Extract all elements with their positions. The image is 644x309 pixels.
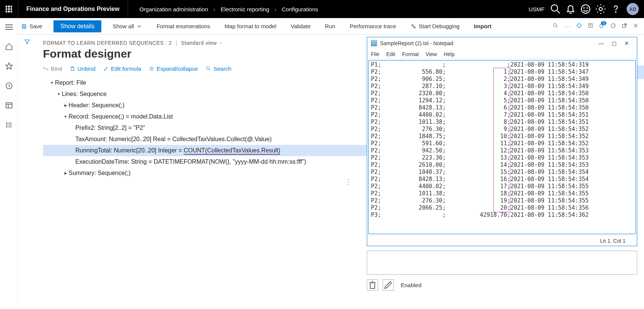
list-icon[interactable] xyxy=(5,120,14,129)
clock-icon[interactable] xyxy=(5,81,14,90)
menu-format[interactable]: Format xyxy=(402,51,419,57)
notepad-statusbar: Ln 1, Col 1 xyxy=(367,235,637,246)
enabled-label: Enabled xyxy=(401,282,421,288)
expand-collapse-link[interactable]: Expand/collapse xyxy=(149,65,198,72)
side-tab-handle[interactable] xyxy=(637,65,644,79)
unbind-link[interactable]: Unbind xyxy=(70,65,96,72)
svg-point-5 xyxy=(587,8,588,8)
refresh-icon[interactable] xyxy=(610,23,616,30)
menu-edit[interactable]: Edit xyxy=(386,51,395,57)
filter-column xyxy=(18,35,36,309)
svg-line-13 xyxy=(556,26,557,27)
svg-line-1 xyxy=(557,11,560,13)
menu-view[interactable]: View xyxy=(426,51,437,57)
description-input[interactable] xyxy=(367,251,637,275)
details-panel: Enabled xyxy=(367,251,637,291)
svg-point-7 xyxy=(615,12,616,12)
gear-icon[interactable] xyxy=(594,3,607,15)
notepad-text[interactable]: P1; ; ;2021-08-09 11:58:54:319 P2; 556.8… xyxy=(369,61,635,219)
filter-icon[interactable] xyxy=(24,38,31,309)
svg-rect-31 xyxy=(71,67,74,71)
svg-point-26 xyxy=(6,125,7,125)
start-debugging-button[interactable]: Start Debugging xyxy=(407,18,462,35)
svg-point-37 xyxy=(206,67,209,70)
help-icon[interactable] xyxy=(609,3,622,15)
splitter-handle[interactable]: ⋮ xyxy=(345,178,349,189)
performance-trace-button[interactable]: Performance trace xyxy=(346,18,399,35)
attachments-icon[interactable] xyxy=(599,23,605,30)
home-icon[interactable] xyxy=(5,42,14,51)
breadcrumb-item[interactable]: Electronic reporting xyxy=(221,6,269,12)
chevron-down-icon xyxy=(218,41,223,46)
notepad-icon xyxy=(371,40,377,46)
validate-button[interactable]: Validate xyxy=(288,18,314,35)
office-icon[interactable] xyxy=(588,23,594,30)
delete-icon[interactable] xyxy=(367,279,378,291)
breadcrumb-item[interactable]: Configurations xyxy=(282,6,318,12)
svg-rect-8 xyxy=(23,26,25,28)
bind-link[interactable]: Bind xyxy=(43,65,62,72)
format-enumerations-button[interactable]: Format enumerations xyxy=(154,18,214,35)
notepad-menu: File Edit Format View Help xyxy=(367,49,637,59)
map-format-button[interactable]: Map format to model xyxy=(221,18,279,35)
svg-line-38 xyxy=(209,69,210,70)
svg-point-12 xyxy=(554,24,557,27)
svg-point-4 xyxy=(584,8,584,8)
edit-icon[interactable] xyxy=(383,279,394,291)
notepad-title: SampleReport (2).txt - Notepad xyxy=(380,40,595,46)
menu-file[interactable]: File xyxy=(371,51,380,57)
edit-formula-link[interactable]: Edit formula xyxy=(103,65,141,72)
save-button[interactable]: Save xyxy=(18,18,45,35)
top-bar: Finance and Operations Preview Organizat… xyxy=(0,0,644,18)
notepad-window: SampleReport (2).txt - Notepad — ▢ ✕ Fil… xyxy=(367,37,637,246)
company-label[interactable]: USMF xyxy=(529,6,545,12)
waffle-icon xyxy=(6,6,12,12)
chevron-right-icon: › xyxy=(275,6,276,12)
app-launcher-button[interactable] xyxy=(0,0,18,18)
notepad-body[interactable]: P1; ; ;2021-08-09 11:58:54:319 P2; 556.8… xyxy=(368,60,636,234)
run-button[interactable]: Run xyxy=(322,18,339,35)
more-icon[interactable]: ··· xyxy=(564,23,571,29)
chevron-right-icon: › xyxy=(214,6,215,12)
svg-point-27 xyxy=(6,126,7,127)
app-title: Finance and Operations Preview xyxy=(18,0,128,18)
show-all-button[interactable]: Show all xyxy=(110,18,145,35)
svg-rect-39 xyxy=(370,283,375,288)
command-bar: Save Show details Show all Format enumer… xyxy=(0,18,644,35)
close-icon[interactable] xyxy=(633,23,639,30)
close-button[interactable]: ✕ xyxy=(620,40,633,46)
hamburger-button[interactable] xyxy=(5,23,14,32)
chevron-down-icon xyxy=(136,23,142,29)
import-button[interactable]: Import xyxy=(471,18,494,35)
svg-line-11 xyxy=(413,26,414,27)
search-icon[interactable] xyxy=(549,3,562,15)
breadcrumb: Organization administration › Electronic… xyxy=(128,6,318,12)
view-selector[interactable]: Standard view xyxy=(181,40,223,46)
diamond-icon[interactable] xyxy=(576,23,582,30)
minimize-button[interactable]: — xyxy=(595,40,607,46)
notepad-titlebar[interactable]: SampleReport (2).txt - Notepad — ▢ ✕ xyxy=(367,37,637,49)
search-link[interactable]: Search xyxy=(206,65,232,72)
left-nav-rail xyxy=(0,18,18,309)
svg-point-25 xyxy=(6,123,7,123)
menu-help[interactable]: Help xyxy=(444,51,455,57)
breadcrumb-item[interactable]: Organization administration xyxy=(139,6,208,12)
show-details-button[interactable]: Show details xyxy=(53,20,101,32)
maximize-button[interactable]: ▢ xyxy=(607,40,620,46)
bell-icon[interactable] xyxy=(564,3,577,15)
module-icon[interactable] xyxy=(5,101,14,110)
popout-icon[interactable] xyxy=(621,23,627,30)
smile-icon[interactable] xyxy=(579,3,592,15)
search-icon[interactable] xyxy=(552,23,559,30)
svg-point-3 xyxy=(581,5,590,14)
svg-rect-22 xyxy=(6,103,12,108)
avatar[interactable]: AD xyxy=(627,3,639,15)
svg-point-6 xyxy=(599,8,603,11)
star-icon[interactable] xyxy=(5,62,14,71)
svg-point-0 xyxy=(551,5,558,11)
